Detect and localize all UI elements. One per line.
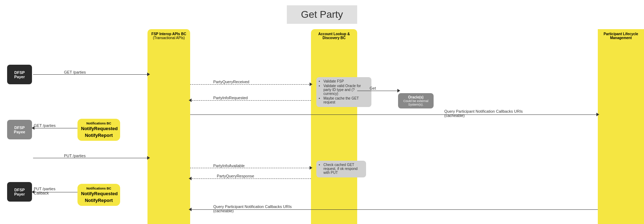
dfsp-payer-top: DFSPPayer	[7, 65, 32, 84]
label-qnru: Query Participant Notification Callbacks…	[444, 109, 523, 118]
note1-line1: Validate FSP	[323, 79, 369, 83]
oracle-label: Oracle(s)	[401, 95, 431, 99]
participant-lifecycle-label: Participant Lifecycle Management	[598, 32, 644, 40]
arrow-party-query-received	[190, 84, 311, 85]
arrowhead-pqr	[310, 82, 312, 86]
label-get-parties: GET /parties	[64, 70, 86, 74]
label-pir: PartyInfoRequested	[213, 96, 248, 100]
arrow-party-info-available	[190, 168, 311, 168]
dfsp-payer-bottom: DFSPPayer	[7, 182, 32, 202]
note-validate-fsp: Validate FSP Validate valid Oracle for p…	[316, 77, 371, 107]
arrow-put-parties	[33, 158, 149, 158]
arrow-get-parties-left	[33, 128, 77, 128]
arrow-query-notif-right-upper	[190, 114, 598, 115]
notify-report-1: NotifyReport	[81, 133, 117, 138]
label-get-oracle: Get	[370, 86, 376, 90]
arrow-party-query-response	[190, 178, 311, 179]
account-lookup-label: Account Lookup & Discovery BC	[311, 29, 357, 43]
notify-requested-1: NotifyRequested	[81, 126, 117, 131]
notifications-bc-2: Notifications BC NotifyRequested NotifyR…	[77, 184, 120, 206]
oracle-box: Oracle(s) Could be external System(s).	[398, 93, 434, 108]
label-qnll: Query Participant Notification Callbacks…	[213, 204, 292, 213]
arrowhead-pia	[310, 166, 312, 170]
oracle-sublabel: Could be external System(s).	[401, 99, 431, 106]
dfsp-payee-box: DFSPPayee	[7, 120, 32, 139]
label-pia: PartyInfoAvailable	[213, 164, 245, 168]
arrowhead-get-parties	[147, 73, 150, 76]
page-title: Get Party	[287, 5, 357, 24]
arrowhead-qnll	[189, 208, 192, 211]
notify-requested-2: NotifyRequested	[81, 191, 117, 196]
arrowhead-get-oracle	[397, 89, 400, 92]
label-pqresp: PartyQueryResponse	[217, 174, 254, 178]
label-pqr: PartyQueryReceived	[213, 80, 249, 84]
arrowhead-qnru	[596, 113, 599, 116]
arrowhead-pir	[189, 98, 192, 102]
dfsp-payer-bottom-label: DFSPPayer	[14, 188, 25, 196]
arrow-get-parties	[33, 74, 149, 75]
participant-lifecycle-panel: Participant Lifecycle Management	[598, 29, 644, 224]
label-get-parties-left: GET /parties	[34, 123, 56, 128]
title-container: Get Party	[0, 0, 644, 27]
dfsp-payer-top-label: DFSPPayer	[14, 70, 25, 79]
arrow-get-oracle	[357, 91, 399, 91]
dfsp-payee-label: DFSPPayee	[14, 126, 25, 134]
fsp-interop-column: FSP Interop APIs BC(Transactional APIs)	[147, 29, 190, 224]
account-lookup-column: Account Lookup & Discovery BC	[311, 29, 357, 224]
notifications-bc-2-title: Notifications BC	[81, 187, 117, 190]
diagram-area: Participant Lifecycle Management FSP Int…	[0, 29, 644, 224]
label-put-parties: PUT /parties	[64, 154, 86, 158]
notify-report-2: NotifyReport	[81, 198, 117, 203]
note1-line2: Validate valid Oracle for party ID type …	[323, 84, 369, 96]
arrow-party-info-requested	[190, 100, 311, 101]
arrowhead-put-parties	[147, 156, 150, 160]
fsp-interop-label: FSP Interop APIs BC(Transactional APIs)	[147, 29, 190, 43]
note2-line1: Check cached GET request, if ok respond …	[323, 163, 363, 175]
notifications-bc-1-title: Notifications BC	[81, 122, 117, 125]
note-check-cached: Check cached GET request, if ok respond …	[316, 161, 366, 177]
notifications-bc-1: Notifications BC NotifyRequested NotifyR…	[77, 119, 120, 141]
arrowhead-pqresp	[189, 177, 192, 180]
note1-line3: Maybe cache the GET request	[323, 96, 369, 104]
label-put-callback: PUT /partiesCallback	[34, 187, 55, 195]
